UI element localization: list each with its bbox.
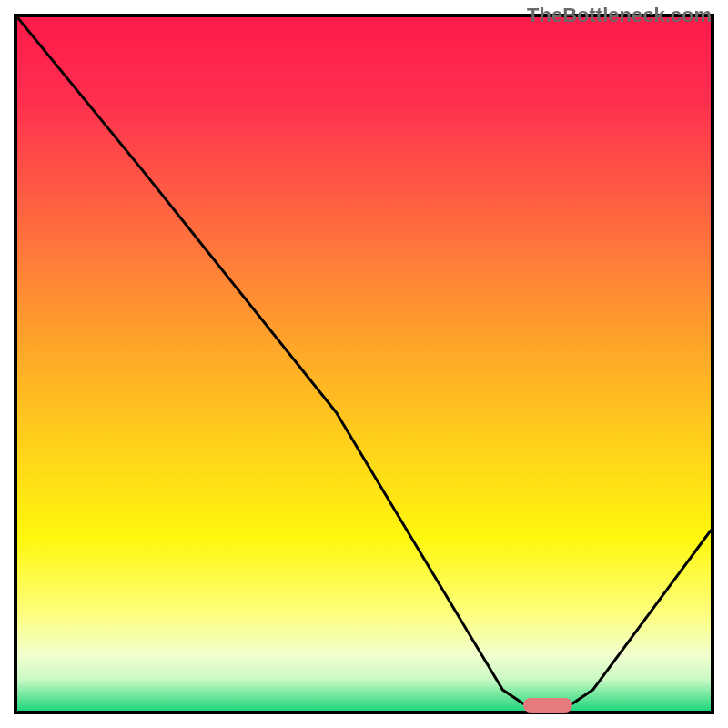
optimum-marker	[523, 698, 571, 713]
chart-frame	[14, 14, 714, 714]
watermark-text: TheBottleneck.com	[527, 4, 712, 27]
bottleneck-curve	[17, 17, 711, 711]
